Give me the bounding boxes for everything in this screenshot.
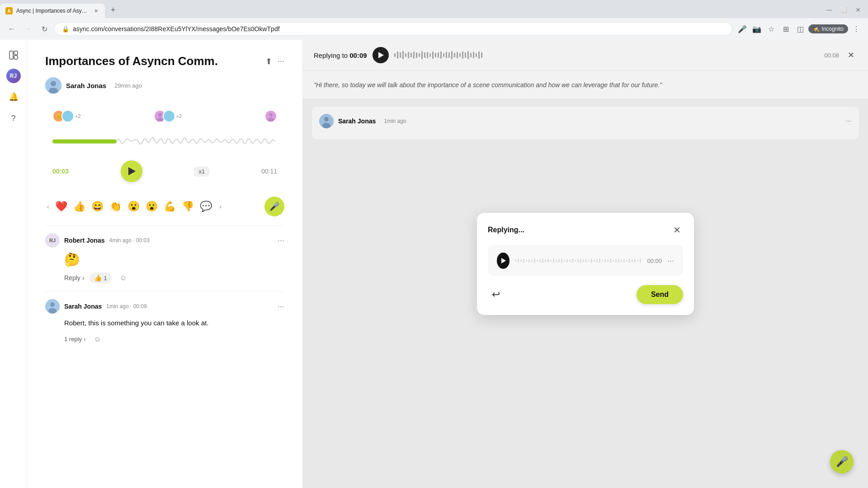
svg-rect-54 xyxy=(520,259,522,262)
sidebar-toggle-icon[interactable]: ◫ xyxy=(794,23,807,35)
listener-group-3 xyxy=(264,110,277,122)
waveform-controls: 00:03 x1 00:11 xyxy=(52,160,277,182)
svg-point-15 xyxy=(48,308,57,314)
reaction-thumbsup[interactable]: 👍 xyxy=(71,198,88,215)
conversation-title: Importances of Asyncn Comm. xyxy=(45,54,265,68)
share-button[interactable]: ⬆ xyxy=(265,56,272,66)
audio-play-button[interactable] xyxy=(497,253,509,269)
comment-avatar-sarah xyxy=(45,299,60,314)
reaction-thumbsdown[interactable]: 👎 xyxy=(179,198,197,215)
svg-rect-60 xyxy=(537,260,538,262)
like-button-robert[interactable]: 👍 1 xyxy=(90,272,111,283)
replying-modal-close-button[interactable]: ✕ xyxy=(670,224,683,236)
svg-rect-68 xyxy=(558,259,560,263)
author-time: 29min ago xyxy=(114,82,142,89)
total-time: 00:11 xyxy=(261,168,277,175)
svg-rect-70 xyxy=(564,260,565,262)
svg-rect-67 xyxy=(556,259,557,262)
restore-button[interactable]: ⬜ xyxy=(837,4,850,16)
svg-rect-12 xyxy=(52,140,117,144)
menu-button[interactable]: ⋮ xyxy=(850,23,863,35)
reaction-laugh[interactable]: 😄 xyxy=(89,198,106,215)
reply-count-sarah[interactable]: 1 reply › xyxy=(64,336,85,343)
back-button[interactable]: ← xyxy=(5,23,18,35)
svg-rect-98 xyxy=(640,258,641,263)
header-actions: ⬆ ··· xyxy=(265,56,284,66)
comment-sarah: Sarah Jonas 1min ago · 00:09 ··· Robert,… xyxy=(45,291,284,353)
svg-rect-61 xyxy=(539,259,541,263)
comment-menu-sarah[interactable]: ··· xyxy=(278,302,284,311)
svg-rect-65 xyxy=(550,260,552,262)
notifications-icon[interactable]: 🔔 xyxy=(5,89,22,105)
waveform-svg[interactable] xyxy=(52,128,277,155)
svg-rect-78 xyxy=(585,259,587,263)
reaction-muscle[interactable]: 💪 xyxy=(161,198,179,215)
new-tab-button[interactable]: + xyxy=(107,4,119,16)
forward-button[interactable]: → xyxy=(22,23,34,35)
play-button[interactable] xyxy=(121,160,142,182)
scroll-right-button[interactable]: › xyxy=(217,201,223,212)
comment-time-sarah: 1min ago · 00:09 xyxy=(106,303,146,310)
mic-reaction-button[interactable]: 🎤 xyxy=(264,197,284,216)
reactions-track: ❤️ 👍 😄 👏 😮 😮 💪 👎 💬 xyxy=(53,198,216,215)
help-icon[interactable]: ? xyxy=(5,110,22,127)
svg-point-10 xyxy=(269,113,273,117)
close-window-button[interactable]: ✕ xyxy=(852,4,864,16)
audio-more-button[interactable]: ··· xyxy=(667,256,674,266)
modal-back-button[interactable]: ↩ xyxy=(488,286,504,303)
emoji-react-robert[interactable]: ☺ xyxy=(117,272,130,284)
svg-rect-94 xyxy=(629,258,630,263)
emoji-react-sarah[interactable]: ☺ xyxy=(91,333,104,346)
replying-modal-overlay: Replying... ✕ xyxy=(303,40,868,488)
reaction-heart[interactable]: ❤️ xyxy=(53,198,70,215)
svg-rect-2 xyxy=(14,56,18,59)
reply-button-robert[interactable]: Reply › xyxy=(64,274,84,282)
current-time: 00:03 xyxy=(52,168,69,175)
comment-emoji-robert: 🤔 xyxy=(45,252,284,267)
svg-rect-96 xyxy=(634,259,636,263)
comment-text-sarah: Robert, this is something you can take a… xyxy=(45,318,284,328)
svg-rect-0 xyxy=(9,51,13,59)
svg-rect-71 xyxy=(566,259,568,263)
comment-avatar-robert: RJ xyxy=(45,233,60,248)
mic-browser-icon[interactable]: 🎤 xyxy=(736,23,749,35)
address-bar[interactable]: 🔒 async.com/conversations/2I88ReXEu5YlYX… xyxy=(54,22,732,36)
listener-count-2: +2 xyxy=(176,113,182,119)
user-avatar[interactable]: RJ xyxy=(6,69,21,83)
svg-rect-85 xyxy=(604,259,606,263)
listener-avatar-2 xyxy=(61,110,74,122)
reaction-wow[interactable]: 😮 xyxy=(125,198,142,215)
svg-rect-69 xyxy=(561,258,562,263)
minimize-button[interactable]: — xyxy=(823,4,835,16)
url-text: async.com/conversations/2I88ReXEu5YlYX/m… xyxy=(73,25,725,33)
svg-rect-58 xyxy=(531,259,533,262)
audio-time: 00:00 xyxy=(647,258,662,264)
speed-control[interactable]: x1 xyxy=(194,166,209,177)
refresh-button[interactable]: ↻ xyxy=(38,23,51,35)
send-button[interactable]: Send xyxy=(637,285,683,304)
svg-rect-79 xyxy=(588,260,590,262)
svg-rect-1 xyxy=(14,51,18,55)
browser-action-buttons: 🎤 📷 ☆ ⊞ ◫ 🕵 Incognito ⋮ xyxy=(736,23,863,35)
tab-close-button[interactable]: ✕ xyxy=(92,7,99,14)
more-options-button[interactable]: ··· xyxy=(278,56,284,66)
reaction-clap[interactable]: 👏 xyxy=(107,198,124,215)
ext-icon[interactable]: ⊞ xyxy=(779,23,792,35)
modal-footer: ↩ Send xyxy=(488,285,683,304)
active-tab[interactable]: A Async | Importances of Asyncn Co... ✕ xyxy=(0,4,105,18)
listener-group-1: 😊 +2 xyxy=(52,110,81,122)
sidebar-panel-icon[interactable] xyxy=(5,47,22,63)
svg-rect-81 xyxy=(594,259,595,262)
left-sidebar: RJ 🔔 ? xyxy=(0,40,27,488)
star-icon[interactable]: ☆ xyxy=(765,23,778,35)
incognito-badge: 🕵 Incognito xyxy=(808,24,848,33)
reaction-sad[interactable]: 😮 xyxy=(143,198,160,215)
svg-point-14 xyxy=(50,302,55,307)
camera-icon[interactable]: 📷 xyxy=(750,23,763,35)
comment-robert: RJ Robert Jonas 4min ago · 00:03 ··· 🤔 R… xyxy=(45,225,284,291)
comment-menu-robert[interactable]: ··· xyxy=(278,236,284,245)
scroll-left-button[interactable]: ‹ xyxy=(45,201,51,212)
listener-group-2: +2 xyxy=(154,110,182,122)
svg-rect-90 xyxy=(618,258,619,263)
reaction-chat[interactable]: 💬 xyxy=(198,198,215,215)
